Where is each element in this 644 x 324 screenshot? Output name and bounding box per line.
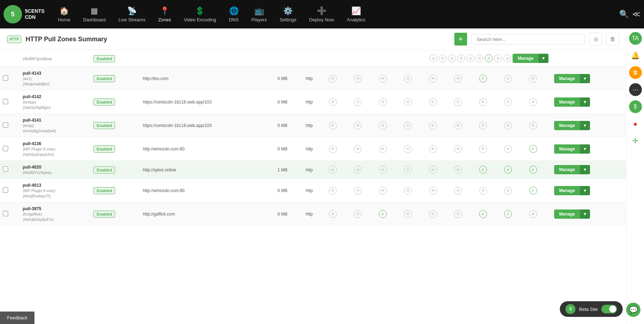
manage-button[interactable]: Manage <box>554 186 580 195</box>
manage-dropdown-button[interactable]: ▼ <box>580 209 590 219</box>
nav-home[interactable]: 🏠 Home <box>52 3 77 26</box>
icon-cell-8: ✕ <box>526 67 551 90</box>
bell-icon[interactable]: 🔔 <box>629 49 642 62</box>
nav-right: 🔍 ≪ <box>619 10 640 19</box>
row-checkbox-cell[interactable] <box>0 114 20 137</box>
manage-button[interactable]: Manage <box>554 144 580 154</box>
nav-settings-label: Settings <box>280 17 296 22</box>
row-checkbox[interactable] <box>3 99 8 104</box>
size-cell <box>275 50 303 67</box>
manage-dropdown-button[interactable]: ▼ <box>580 186 590 195</box>
delete-button[interactable]: 🗑 <box>606 33 619 46</box>
row-checkbox[interactable] <box>3 146 8 151</box>
nav-live-streams[interactable]: 📡 Live Streams <box>112 3 152 26</box>
dots-icon[interactable]: ⋯ <box>629 83 642 96</box>
manage-button[interactable]: Manage <box>554 121 580 130</box>
nav-arrows-icon[interactable]: ≪ <box>632 10 640 19</box>
zone-hash: (#q5dyq2qayk2m) <box>23 152 54 156</box>
zone-name-cell: pull-4141 (testp) (#mvb8g2mnp5w6) <box>20 114 91 137</box>
video-encoding-icon: 💲 <box>195 6 205 16</box>
zone-subname: (WP Plugin 8 may) <box>23 188 55 193</box>
icon-cell-5: ✕ <box>451 202 476 226</box>
zone-name: pull-4143 <box>23 71 41 76</box>
status-cell: Enabled <box>91 202 140 226</box>
icon-cell-6: ✕ <box>476 137 501 161</box>
protocol-cell <box>303 50 326 67</box>
manage-dropdown-button[interactable]: ▼ <box>580 121 590 130</box>
row-checkbox[interactable] <box>3 187 8 193</box>
filter-button[interactable]: ⊘ <box>589 33 602 46</box>
icon-cell-8: ✕ <box>526 202 551 226</box>
size-cell: 0 MB <box>275 67 303 90</box>
feature-icon-5: ✕ <box>454 187 462 195</box>
beta-toggle[interactable] <box>601 305 617 313</box>
feature-icon-8: ✕ <box>529 122 537 129</box>
nav-players[interactable]: 📺 Players <box>245 3 273 26</box>
manage-button[interactable]: Manage <box>554 74 580 83</box>
search-input[interactable] <box>471 34 585 44</box>
size-cell: 0 MB <box>275 114 303 137</box>
zone-hash: (#lkdprkab8jbo) <box>23 82 50 86</box>
row-checkbox-cell[interactable] <box>0 179 20 202</box>
nav-dashboard[interactable]: ▦ Dashboard <box>77 3 112 26</box>
zone-name-cell: pull-4020 (#kd687x24yjoa) <box>20 161 91 179</box>
add-zone-button[interactable]: + <box>454 33 467 46</box>
icon-cell-4: ✕ <box>426 137 451 161</box>
feature-icon-2: ✕ <box>379 166 387 174</box>
icon-cell-3: ✕ <box>401 161 426 179</box>
circle-icon[interactable]: ● <box>629 117 642 130</box>
manage-dropdown-button[interactable]: ▼ <box>580 74 590 83</box>
icon-cell-3: ✕ <box>401 179 426 202</box>
protocol-cell: http <box>303 90 326 114</box>
nav-dns[interactable]: 🌐 DNS <box>222 3 245 26</box>
trash-sidebar-icon[interactable]: 🗑 <box>629 66 642 79</box>
row-checkbox-cell[interactable] <box>0 90 20 114</box>
search-button[interactable]: 🔍 <box>619 10 629 19</box>
zone-protocol: http <box>306 147 313 152</box>
manage-dropdown-button[interactable]: ▼ <box>580 97 590 107</box>
zone-size: 1 MB <box>277 168 287 172</box>
feature-icon-7: ✓ <box>504 210 512 218</box>
manage-btn-group: Manage ▼ <box>554 97 623 107</box>
manage-dropdown-button[interactable]: ▼ <box>580 165 590 174</box>
dollar-icon[interactable]: $ <box>629 100 642 113</box>
zone-size: 0 MB <box>277 123 287 128</box>
row-checkbox-cell[interactable] <box>0 202 20 226</box>
chat-bubble[interactable]: 💬 <box>626 303 640 317</box>
user-avatar[interactable]: TA <box>629 32 642 45</box>
manage-button[interactable]: Manage <box>554 97 580 107</box>
manage-button[interactable]: Manage <box>554 165 580 174</box>
row-checkbox[interactable] <box>3 166 8 172</box>
row-checkbox[interactable] <box>3 122 8 128</box>
gamepad-icon[interactable]: ✛ <box>629 134 642 147</box>
manage-dropdown-button[interactable]: ▼ <box>539 54 548 63</box>
row-checkbox-cell[interactable] <box>0 67 20 90</box>
feature-icon-6: ✓ <box>479 75 487 83</box>
icon-cell-7: ✕ <box>501 114 526 137</box>
feature-icon-3: ✕ <box>404 122 412 129</box>
status-cell: Enabled <box>91 137 140 161</box>
icon-cell-4: ✕ <box>426 202 451 226</box>
row-checkbox[interactable] <box>3 211 8 216</box>
nav-analytics[interactable]: 📈 Analytics <box>340 3 372 26</box>
manage-button[interactable]: Manage <box>513 54 539 63</box>
manage-dropdown-button[interactable]: ▼ <box>580 144 590 154</box>
nav-deploy-now[interactable]: ➕ Deploy Now <box>303 3 340 26</box>
feature-icon-4: ✕ <box>429 122 437 129</box>
manage-button[interactable]: Manage <box>554 209 580 219</box>
logo-area[interactable]: 5 5CENTS CDN <box>4 5 44 23</box>
row-checkbox[interactable] <box>3 75 8 81</box>
nav-video-encoding[interactable]: 💲 Video Encoding <box>178 3 223 26</box>
row-checkbox-cell[interactable] <box>0 137 20 161</box>
nav-settings[interactable]: ⚙️ Settings <box>273 3 303 26</box>
feedback-button[interactable]: Feedback <box>0 312 34 324</box>
nav-analytics-label: Analytics <box>347 17 365 22</box>
nav-zones[interactable]: 📍 Zones <box>152 3 177 26</box>
row-checkbox-cell[interactable] <box>0 161 20 179</box>
manage-btn-group: Manage ▼ <box>554 165 623 174</box>
feature-icon-5: ✕ <box>476 54 483 62</box>
status-cell: Enabled <box>91 114 140 137</box>
zone-name: pull-4013 <box>23 183 41 188</box>
nav-dns-label: DNS <box>229 17 238 22</box>
nav-items: 🏠 Home ▦ Dashboard 📡 Live Streams 📍 Zone… <box>52 3 619 26</box>
